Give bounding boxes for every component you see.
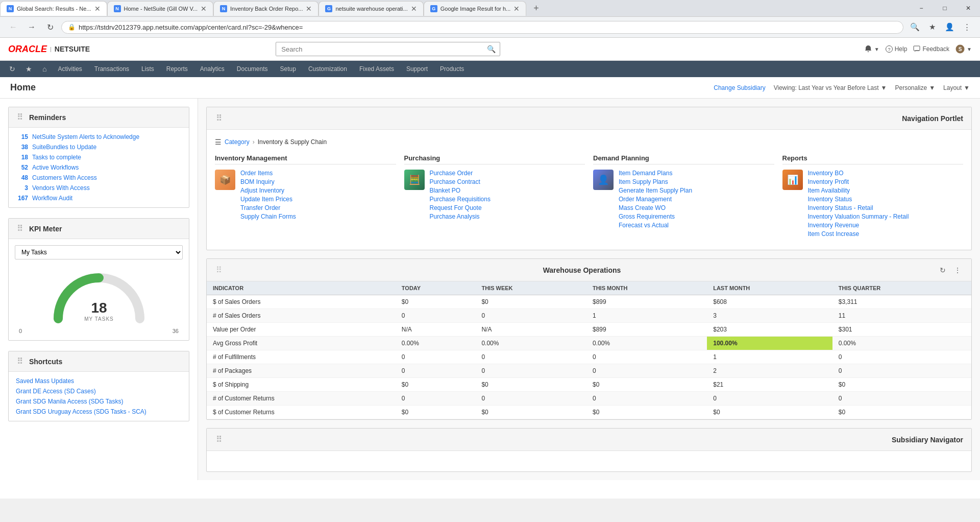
breadcrumb-category[interactable]: Category bbox=[225, 138, 250, 146]
nav-item-activities[interactable]: Activities bbox=[52, 60, 88, 78]
reminder-count[interactable]: 3 bbox=[16, 184, 28, 192]
reminder-label[interactable]: Workflow Audit bbox=[32, 195, 72, 202]
portlet-link[interactable]: Order Management bbox=[619, 196, 692, 203]
tab-close-icon[interactable]: ✕ bbox=[94, 5, 101, 13]
hamburger-icon[interactable]: ☰ bbox=[215, 138, 222, 146]
maximize-button[interactable]: □ bbox=[933, 0, 957, 16]
reminder-label[interactable]: Customers With Access bbox=[32, 174, 97, 181]
nav-item-lists[interactable]: Lists bbox=[135, 60, 160, 78]
help-icon-link[interactable]: ? Help bbox=[886, 45, 908, 53]
tab-close-icon[interactable]: ✕ bbox=[411, 5, 417, 13]
reminder-count[interactable]: 52 bbox=[16, 164, 28, 171]
search-icon-btn[interactable]: 🔍 bbox=[908, 20, 922, 34]
drag-handle-nav-portlet[interactable]: ⠿ bbox=[215, 112, 223, 124]
warehouse-refresh-btn[interactable]: ↻ bbox=[938, 265, 948, 275]
reminder-count[interactable]: 15 bbox=[16, 133, 28, 140]
tab-close-icon[interactable]: ✕ bbox=[513, 5, 520, 13]
reminder-label[interactable]: Tasks to complete bbox=[32, 154, 81, 161]
portlet-link[interactable]: Purchase Contract bbox=[430, 178, 491, 185]
search-button[interactable]: 🔍 bbox=[483, 42, 500, 56]
portlet-link[interactable]: Item Availability bbox=[808, 187, 909, 194]
tab-close-icon[interactable]: ✕ bbox=[306, 5, 312, 13]
layout-dropdown[interactable]: Layout ▼ bbox=[943, 84, 970, 91]
close-button[interactable]: ✕ bbox=[957, 0, 980, 16]
reminder-count[interactable]: 48 bbox=[16, 174, 28, 181]
drag-handle-subsidiary[interactable]: ⠿ bbox=[215, 434, 223, 445]
portlet-link[interactable]: Update Item Prices bbox=[240, 196, 296, 203]
reminder-label[interactable]: SuiteBundles to Update bbox=[32, 144, 96, 151]
portlet-link[interactable]: Inventory Valuation Summary - Retail bbox=[808, 213, 909, 220]
portlet-link[interactable]: Transfer Order bbox=[240, 204, 296, 211]
portlet-link[interactable]: Inventory BO bbox=[808, 170, 909, 177]
viewing-dropdown[interactable]: Viewing: Last Year vs Year Before Last ▼ bbox=[774, 84, 887, 91]
back-button[interactable]: ← bbox=[6, 20, 20, 34]
browser-tab-tab4[interactable]: G netsuite warehouse operati... ✕ bbox=[318, 1, 423, 16]
search-input[interactable] bbox=[276, 43, 483, 56]
address-input[interactable] bbox=[79, 23, 897, 31]
portlet-link[interactable]: Request For Quote bbox=[430, 204, 491, 211]
nav-item-customization[interactable]: Customization bbox=[302, 60, 353, 78]
feedback-icon-link[interactable]: Feedback bbox=[913, 45, 949, 53]
portlet-link[interactable]: Inventory Status - Retail bbox=[808, 204, 909, 211]
nav-item-analytics[interactable]: Analytics bbox=[194, 60, 231, 78]
nav-item-documents[interactable]: Documents bbox=[231, 60, 274, 78]
browser-tab-tab5[interactable]: G Google Image Result for h... ✕ bbox=[424, 1, 527, 16]
drag-handle-warehouse[interactable]: ⠿ bbox=[215, 264, 223, 276]
portlet-link[interactable]: Purchase Requisitions bbox=[430, 196, 491, 203]
profile-btn[interactable]: 👤 bbox=[942, 20, 957, 34]
user-menu[interactable]: S ▼ bbox=[955, 44, 972, 54]
portlet-link[interactable]: Mass Create WO bbox=[619, 204, 692, 211]
portlet-link[interactable]: Purchase Analysis bbox=[430, 213, 491, 220]
tab-close-icon[interactable]: ✕ bbox=[201, 5, 207, 13]
portlet-link[interactable]: BOM Inquiry bbox=[240, 178, 296, 185]
list-item[interactable]: Grant SDG Uruguay Access (SDG Tasks - SC… bbox=[9, 407, 189, 417]
list-item[interactable]: Grant SDG Manila Access (SDG Tasks) bbox=[9, 396, 189, 407]
browser-tab-tab2[interactable]: N Home - NetSuite (Gill OW V... ✕ bbox=[107, 1, 213, 16]
portlet-link[interactable]: Inventory Status bbox=[808, 196, 909, 203]
star-icon[interactable]: ★ bbox=[20, 61, 37, 77]
nav-item-reports[interactable]: Reports bbox=[160, 60, 194, 78]
portlet-link[interactable]: Item Cost Increase bbox=[808, 230, 909, 238]
address-bar[interactable]: 🔒 bbox=[61, 21, 903, 34]
ns-search-box[interactable]: 🔍 bbox=[276, 42, 500, 56]
portlet-link[interactable]: Gross Requirements bbox=[619, 213, 692, 220]
portlet-link[interactable]: Adjust Inventory bbox=[240, 187, 296, 194]
reminder-count[interactable]: 167 bbox=[16, 195, 28, 202]
drag-handle-kpi[interactable]: ⠿ bbox=[16, 223, 24, 234]
forward-button[interactable]: → bbox=[24, 20, 39, 34]
reminder-count[interactable]: 18 bbox=[16, 154, 28, 161]
menu-btn[interactable]: ⋮ bbox=[960, 20, 974, 34]
portlet-link[interactable]: Forecast vs Actual bbox=[619, 222, 692, 229]
drag-handle-shortcuts[interactable]: ⠿ bbox=[16, 356, 24, 367]
notifications-icon[interactable]: ▼ bbox=[864, 45, 879, 53]
bookmark-btn[interactable]: ★ bbox=[925, 20, 939, 34]
reminder-label[interactable]: NetSuite System Alerts to Acknowledge bbox=[32, 133, 139, 140]
reload-button[interactable]: ↻ bbox=[43, 20, 57, 34]
personalize-dropdown[interactable]: Personalize ▼ bbox=[895, 84, 935, 91]
refresh-icon[interactable]: ↻ bbox=[4, 61, 20, 77]
browser-tab-tab3[interactable]: N Inventory Back Order Repo... ✕ bbox=[213, 1, 318, 16]
portlet-link[interactable]: Inventory Profit bbox=[808, 178, 909, 185]
portlet-link[interactable]: Supply Chain Forms bbox=[240, 213, 296, 220]
list-item[interactable]: Saved Mass Updates bbox=[9, 376, 189, 386]
portlet-link[interactable]: Item Demand Plans bbox=[619, 170, 692, 177]
drag-handle-reminders[interactable]: ⠿ bbox=[16, 112, 24, 123]
portlet-link[interactable]: Item Supply Plans bbox=[619, 178, 692, 185]
kpi-select[interactable]: My Tasks bbox=[15, 245, 183, 259]
portlet-link[interactable]: Generate Item Supply Plan bbox=[619, 187, 692, 194]
reminder-label[interactable]: Vendors With Access bbox=[32, 184, 90, 192]
nav-item-support[interactable]: Support bbox=[400, 60, 434, 78]
portlet-link[interactable]: Blanket PO bbox=[430, 187, 491, 194]
browser-tab-tab1[interactable]: N Global Search: Results - Ne... ✕ bbox=[0, 1, 107, 16]
portlet-link[interactable]: Inventory Revenue bbox=[808, 222, 909, 229]
nav-item-setup[interactable]: Setup bbox=[274, 60, 302, 78]
nav-item-transactions[interactable]: Transactions bbox=[88, 60, 135, 78]
change-subsidiary-link[interactable]: Change Subsidiary bbox=[714, 84, 765, 91]
portlet-link[interactable]: Purchase Order bbox=[430, 170, 491, 177]
home-icon[interactable]: ⌂ bbox=[37, 61, 52, 77]
portlet-link[interactable]: Order Items bbox=[240, 170, 296, 177]
list-item[interactable]: Grant DE Access (SD Cases) bbox=[9, 386, 189, 396]
reminder-label[interactable]: Active Workflows bbox=[32, 164, 79, 171]
nav-item-products[interactable]: Products bbox=[434, 60, 470, 78]
minimize-button[interactable]: − bbox=[910, 0, 933, 16]
